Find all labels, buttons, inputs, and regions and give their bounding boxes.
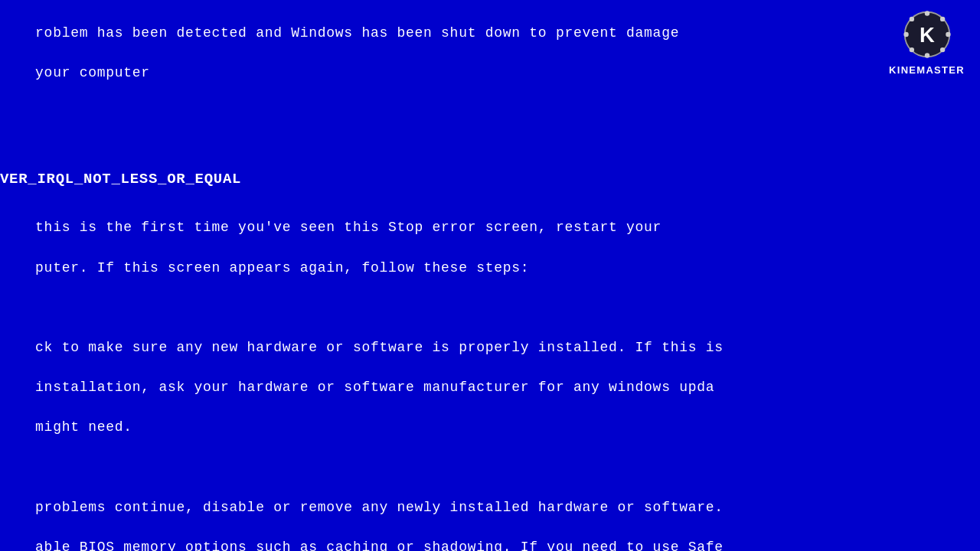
bsod-screen: roblem has been detected and Windows has…: [0, 0, 980, 551]
bsod-content: roblem has been detected and Windows has…: [0, 0, 980, 551]
kinemaster-logo: K KINEMASTER: [889, 8, 965, 76]
bsod-p2-l1: ck to make sure any new hardware or soft…: [35, 340, 724, 355]
kinemaster-label: KINEMASTER: [889, 64, 965, 76]
svg-point-4: [939, 47, 944, 52]
svg-point-5: [924, 53, 929, 57]
bsod-p2-l3: might need.: [35, 419, 132, 435]
bsod-p3-l2: able BIOS memory options such as caching…: [35, 540, 724, 551]
svg-point-1: [924, 11, 929, 15]
bsod-line2: your computer: [35, 65, 150, 80]
bsod-p2-l2: installation, ask your hardware or softw…: [35, 380, 714, 395]
kinemaster-icon-svg: K: [903, 10, 952, 59]
svg-point-3: [946, 32, 950, 37]
svg-point-2: [939, 17, 944, 21]
svg-point-7: [903, 32, 908, 37]
kinemaster-icon-wrapper: K: [900, 8, 954, 61]
bsod-p3-l1: problems continue, disable or remove any…: [35, 500, 724, 515]
svg-point-8: [909, 17, 913, 21]
svg-text:K: K: [920, 23, 935, 47]
bsod-error-code: VER_IRQL_NOT_LESS_OR_EQUAL: [0, 169, 980, 191]
svg-point-6: [909, 47, 913, 52]
bsod-p1-l1: this is the first time you've seen this …: [35, 220, 662, 235]
bsod-p1-l2: puter. If this screen appears again, fol…: [35, 260, 529, 276]
bsod-line1: roblem has been detected and Windows has…: [35, 25, 679, 41]
